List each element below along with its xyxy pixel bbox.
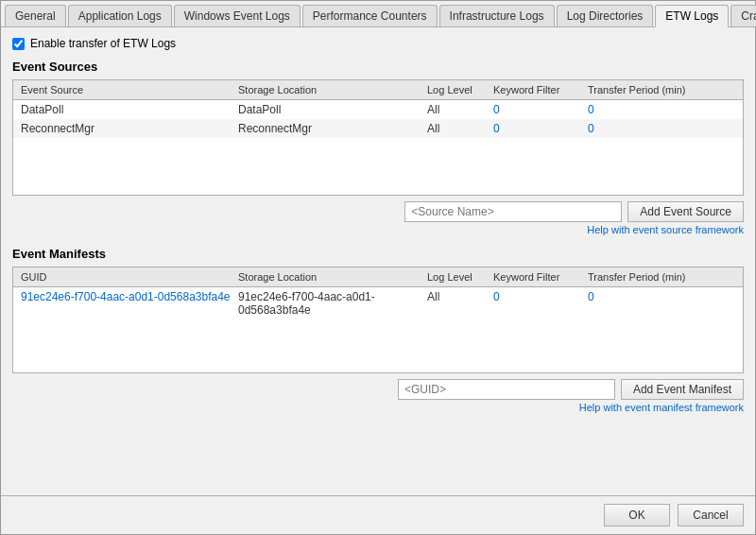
table-row[interactable]: ReconnectMgr ReconnectMgr All 0 0 xyxy=(13,119,743,138)
col-keyword-filter: Keyword Filter xyxy=(490,82,584,97)
col-event-source: Event Source xyxy=(17,82,234,97)
enable-label: Enable transfer of ETW Logs xyxy=(30,37,176,50)
add-event-source-button[interactable]: Add Event Source xyxy=(627,201,744,222)
table-row[interactable]: 91ec24e6-f700-4aac-a0d1-0d568a3bfa4e 91e… xyxy=(13,287,743,319)
enable-row: Enable transfer of ETW Logs xyxy=(12,37,744,50)
row-keyword: 0 xyxy=(490,288,584,319)
row-storage: DataPoll xyxy=(234,101,423,118)
tab-etw-logs[interactable]: ETW Logs xyxy=(655,5,729,27)
row-keyword: 0 xyxy=(490,101,584,118)
row-period: 0 xyxy=(584,288,697,319)
row-level: All xyxy=(423,288,490,319)
manifest-input-row: Add Event Manifest xyxy=(12,379,744,400)
event-manifests-header: GUID Storage Location Log Level Keyword … xyxy=(13,268,743,287)
cancel-button[interactable]: Cancel xyxy=(678,504,744,526)
tab-windows-event-logs[interactable]: Windows Event Logs xyxy=(174,5,301,26)
event-sources-header: Event Source Storage Location Log Level … xyxy=(13,80,743,100)
tab-crash-dumps[interactable]: Crash Dumps xyxy=(730,5,756,26)
row-level: All xyxy=(423,120,490,137)
source-name-input[interactable] xyxy=(404,201,622,222)
event-manifests-body: 91ec24e6-f700-4aac-a0d1-0d568a3bfa4e 91e… xyxy=(13,287,743,372)
add-event-manifest-button[interactable]: Add Event Manifest xyxy=(621,379,744,400)
event-sources-title: Event Sources xyxy=(12,60,744,74)
col-storage-location: Storage Location xyxy=(234,269,423,285)
event-manifests-section: Event Manifests GUID Storage Location Lo… xyxy=(12,247,744,421)
row-storage: ReconnectMgr xyxy=(234,120,423,137)
table-row[interactable]: DataPoll DataPoll All 0 0 xyxy=(13,100,743,119)
bottom-bar: OK Cancel xyxy=(1,495,755,534)
tab-bar: General Application Logs Windows Event L… xyxy=(1,1,755,27)
col-transfer-period: Transfer Period (min) xyxy=(584,269,697,285)
col-keyword-filter: Keyword Filter xyxy=(490,269,584,285)
row-source: ReconnectMgr xyxy=(17,120,234,137)
tab-general[interactable]: General xyxy=(5,5,66,26)
row-period: 0 xyxy=(584,120,697,137)
event-sources-section: Event Sources Event Source Storage Locat… xyxy=(12,60,744,243)
ok-button[interactable]: OK xyxy=(604,504,670,526)
col-log-level: Log Level xyxy=(423,269,490,285)
row-storage: 91ec24e6-f700-4aac-a0d1-0d568a3bfa4e xyxy=(234,288,423,319)
guid-input[interactable] xyxy=(398,379,615,400)
event-manifest-help-link[interactable]: Help with event manifest framework xyxy=(12,402,744,413)
event-manifests-title: Event Manifests xyxy=(12,247,744,261)
dialog: General Application Logs Windows Event L… xyxy=(0,0,756,535)
tab-performance-counters[interactable]: Performance Counters xyxy=(302,5,438,26)
event-source-help-link[interactable]: Help with event source framework xyxy=(12,224,744,235)
tab-infrastructure-logs[interactable]: Infrastructure Logs xyxy=(439,5,555,26)
row-keyword: 0 xyxy=(490,120,584,137)
event-manifests-table: GUID Storage Location Log Level Keyword … xyxy=(12,267,744,373)
tab-application-logs[interactable]: Application Logs xyxy=(68,5,172,26)
col-transfer-period: Transfer Period (min) xyxy=(584,82,697,97)
tab-log-directories[interactable]: Log Directories xyxy=(557,5,654,26)
col-guid: GUID xyxy=(17,269,234,285)
event-sources-table: Event Source Storage Location Log Level … xyxy=(12,79,744,196)
row-source: DataPoll xyxy=(17,101,234,118)
row-level: All xyxy=(423,101,490,118)
col-storage-location: Storage Location xyxy=(234,82,423,97)
col-log-level: Log Level xyxy=(423,82,490,97)
source-input-row: Add Event Source xyxy=(12,201,744,222)
event-sources-body: DataPoll DataPoll All 0 0 ReconnectMgr R… xyxy=(13,100,743,195)
tab-content: Enable transfer of ETW Logs Event Source… xyxy=(1,27,755,495)
enable-checkbox[interactable] xyxy=(12,38,25,50)
row-guid: 91ec24e6-f700-4aac-a0d1-0d568a3bfa4e xyxy=(17,288,234,319)
row-period: 0 xyxy=(584,101,697,118)
